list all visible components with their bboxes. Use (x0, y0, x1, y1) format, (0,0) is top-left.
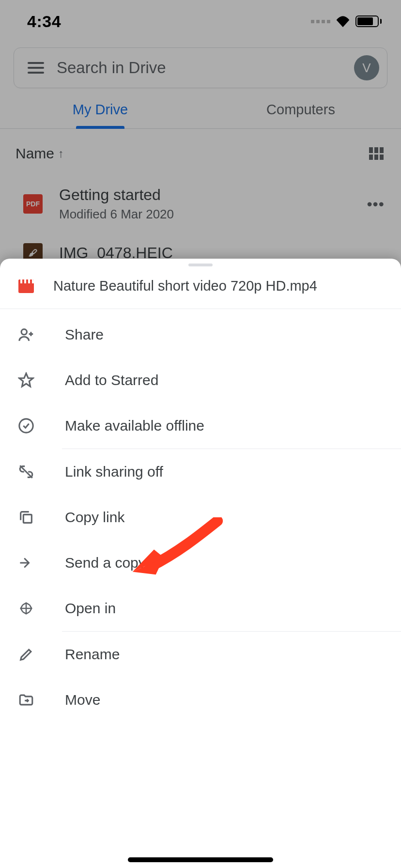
menu-label: Share (65, 326, 104, 343)
svg-point-1 (19, 419, 33, 433)
rename-button[interactable]: Rename (0, 632, 401, 677)
pencil-icon (16, 646, 36, 663)
star-button[interactable]: Add to Starred (0, 357, 401, 403)
sheet-file-name: Nature Beautiful short video 720p HD.mp4 (53, 278, 317, 294)
menu-label: Rename (65, 646, 120, 663)
menu-label: Make available offline (65, 418, 204, 434)
home-indicator[interactable] (128, 857, 273, 862)
svg-rect-2 (23, 514, 31, 523)
move-button[interactable]: Move (0, 677, 401, 723)
send-icon (16, 555, 36, 571)
link-off-icon (16, 464, 36, 480)
copy-icon (16, 509, 36, 526)
offline-pin-icon (16, 418, 36, 434)
menu-label: Link sharing off (65, 464, 163, 480)
menu-label: Open in (65, 600, 116, 617)
share-button[interactable]: Share (0, 312, 401, 357)
send-copy-button[interactable]: Send a copy (0, 540, 401, 586)
menu-label: Send a copy (65, 555, 146, 571)
open-in-icon (16, 600, 36, 617)
copy-link-button[interactable]: Copy link (0, 495, 401, 540)
offline-button[interactable]: Make available offline (0, 403, 401, 449)
star-icon (16, 372, 36, 388)
person-add-icon (16, 326, 36, 343)
link-sharing-button[interactable]: Link sharing off (0, 449, 401, 495)
action-sheet: Nature Beautiful short video 720p HD.mp4… (0, 259, 401, 868)
menu-label: Add to Starred (65, 372, 158, 388)
folder-move-icon (16, 692, 36, 708)
svg-point-0 (21, 329, 27, 335)
sheet-header: Nature Beautiful short video 720p HD.mp4 (0, 266, 401, 309)
menu-label: Copy link (65, 509, 124, 526)
video-icon (18, 279, 34, 293)
action-menu: Share Add to Starred Make available offl… (0, 309, 401, 723)
open-in-button[interactable]: Open in (0, 586, 401, 631)
menu-label: Move (65, 692, 100, 708)
